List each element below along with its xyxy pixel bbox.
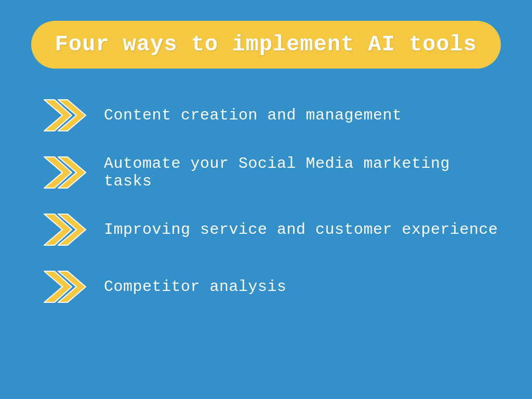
arrow-icon (42, 152, 88, 193)
list-item: Content creation and management (42, 95, 501, 136)
list-item-text: Competitor analysis (104, 278, 287, 296)
list-item: Improving service and customer experienc… (42, 209, 501, 250)
list-item-text: Content creation and management (104, 107, 402, 124)
title-banner: Four ways to implement AI tools (31, 21, 501, 69)
arrow-icon (42, 266, 88, 308)
list-item-text: Improving service and customer experienc… (104, 221, 498, 238)
title-text: Four ways to implement AI tools (55, 32, 477, 57)
list-item: Automate your Social Media marketing tas… (42, 152, 501, 193)
list-item: Competitor analysis (42, 266, 501, 308)
list-item-text: Automate your Social Media marketing tas… (104, 155, 501, 190)
arrow-icon (42, 95, 88, 136)
arrow-icon (42, 209, 88, 250)
list-container: Content creation and managementAutomate … (31, 95, 501, 308)
